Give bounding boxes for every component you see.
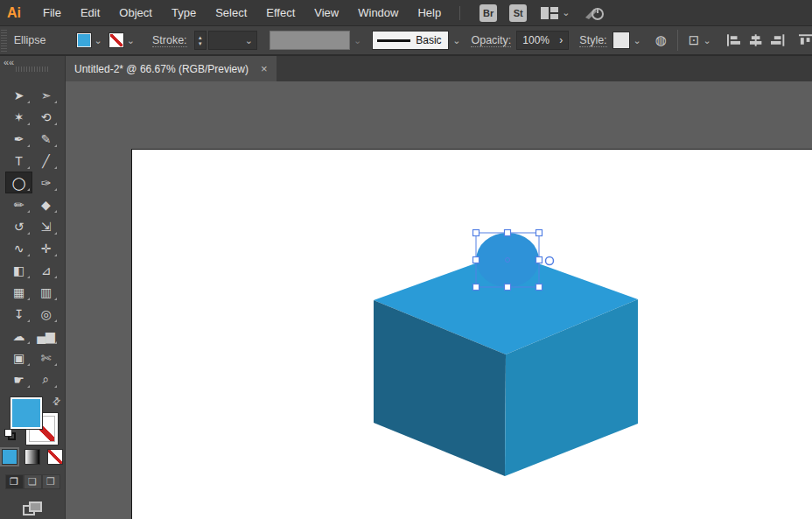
type-tool[interactable]: T	[5, 150, 32, 172]
screen-mode-button[interactable]	[23, 501, 42, 519]
zoom-tool[interactable]: ⌕	[32, 368, 60, 390]
handle-top-center[interactable]	[505, 230, 511, 236]
menu-view[interactable]: View	[304, 0, 348, 25]
live-shape-widget[interactable]	[546, 257, 554, 265]
align-top-icon[interactable]	[799, 34, 812, 46]
width-tool[interactable]: ∿	[5, 237, 32, 259]
gradient-button[interactable]	[25, 450, 39, 464]
fill-color-swatch[interactable]	[77, 33, 91, 47]
ellipse-tool[interactable]: ◯	[5, 172, 32, 193]
transform-menu-button[interactable]: ⊡ ⌄	[689, 32, 711, 48]
direct-selection-tool[interactable]: ➣	[32, 84, 60, 106]
recolor-artwork-icon[interactable]: ◍	[655, 32, 667, 48]
mesh-tool[interactable]: ▦	[5, 281, 32, 303]
stock-button[interactable]: St	[509, 4, 527, 22]
scale-tool[interactable]: ⇲	[32, 215, 60, 237]
magic-wand-tool[interactable]: ✶	[5, 106, 32, 128]
handle-bottom-left[interactable]	[473, 284, 480, 291]
controlbar-grip[interactable]	[1, 29, 7, 52]
pen-tool[interactable]: ✒	[5, 128, 32, 150]
selected-ellipse-shape[interactable]	[476, 233, 539, 287]
chevron-down-icon[interactable]: ⌄	[94, 35, 102, 46]
stroke-panel-link[interactable]: Stroke:	[152, 34, 187, 47]
document-tab[interactable]: Untitled-2* @ 66.67% (RGB/Preview) ×	[66, 56, 276, 81]
handle-top-left[interactable]	[473, 230, 480, 236]
shape-builder-tool[interactable]: ◧	[5, 259, 32, 281]
puppet-warp-tool[interactable]: ✛	[32, 237, 60, 259]
menu-object[interactable]: Object	[109, 0, 162, 25]
style-dropdown[interactable]: ⌄	[612, 32, 641, 49]
panel-grip[interactable]	[16, 67, 49, 72]
lasso-tool[interactable]: ⟲	[32, 106, 60, 128]
handle-middle-right[interactable]	[536, 257, 542, 263]
blend-tool[interactable]: ◎	[32, 303, 60, 325]
close-tab-icon[interactable]: ×	[261, 62, 268, 75]
perspective-grid-tool[interactable]: ⊿	[32, 259, 60, 281]
document-tab-title[interactable]: Untitled-2* @ 66.67% (RGB/Preview)	[74, 63, 248, 75]
default-fill-stroke-icon[interactable]	[4, 429, 16, 440]
paintbrush-tool[interactable]: ✑	[32, 172, 60, 193]
slice-tool[interactable]: ✄	[32, 347, 60, 368]
gradient-tool[interactable]: ▥	[32, 281, 60, 303]
fill-color-indicator[interactable]	[10, 397, 42, 429]
stepper-down-icon[interactable]: ▾	[199, 40, 202, 46]
menu-select[interactable]: Select	[206, 0, 256, 25]
stepper-up-icon[interactable]: ▴	[199, 34, 202, 40]
artboard[interactable]	[131, 149, 812, 519]
canvas-area[interactable]	[66, 81, 812, 519]
menu-effect[interactable]: Effect	[256, 0, 304, 25]
handle-middle-left[interactable]	[473, 257, 480, 263]
bridge-button[interactable]: Br	[480, 4, 497, 22]
menu-file[interactable]: File	[33, 0, 71, 25]
align-left-icon[interactable]	[727, 34, 740, 46]
eraser-tool[interactable]: ◆	[32, 193, 60, 215]
brush-definition-dropdown[interactable]: Basic ⌄	[372, 31, 460, 50]
menu-window[interactable]: Window	[348, 0, 408, 25]
swap-fill-stroke-icon[interactable]: ⇄	[50, 395, 64, 409]
collapse-panel-button-2[interactable]: «	[9, 57, 14, 67]
align-right-icon[interactable]	[771, 34, 784, 46]
menu-edit[interactable]: Edit	[71, 0, 109, 25]
selection-tool[interactable]: ➤	[5, 84, 32, 106]
draw-behind-button[interactable]: ❏	[24, 474, 42, 489]
chevron-down-icon[interactable]: ⌄	[634, 35, 641, 46]
fill-color-dropdown[interactable]: ⌄	[77, 33, 102, 47]
chevron-down-icon[interactable]: ⌄	[245, 35, 253, 46]
chevron-down-icon[interactable]: ⌄	[127, 35, 135, 46]
chevron-down-icon[interactable]: ⌄	[703, 35, 710, 46]
curvature-tool[interactable]: ✎	[32, 128, 60, 150]
hand-tool[interactable]: ☛	[5, 368, 32, 390]
column-graph-tool[interactable]: ▄▆	[32, 325, 60, 347]
rotate-tool[interactable]: ↺	[5, 215, 32, 237]
menu-help[interactable]: Help	[408, 0, 451, 25]
handle-top-right[interactable]	[536, 230, 542, 236]
workspace-switcher-button[interactable]: ⌄	[541, 7, 570, 19]
draw-normal-button[interactable]: ❐	[5, 474, 24, 489]
shaper-tool[interactable]: ✏	[5, 193, 32, 215]
transform-icon[interactable]: ⊡	[689, 32, 700, 48]
stroke-width-stepper[interactable]: ▴ ▾	[194, 31, 206, 50]
brush-preview[interactable]: Basic	[372, 31, 449, 50]
stroke-color-swatch[interactable]	[109, 33, 123, 47]
draw-inside-button[interactable]: ❒	[42, 474, 60, 489]
gpu-performance-button[interactable]	[584, 5, 605, 21]
stroke-width-dropdown[interactable]: ⌄	[208, 31, 257, 50]
opacity-value[interactable]: 100%	[522, 34, 550, 46]
handle-bottom-right[interactable]	[536, 284, 542, 291]
style-link[interactable]: Style:	[579, 34, 606, 47]
line-segment-tool[interactable]: ╱	[32, 150, 60, 172]
stroke-color-dropdown[interactable]: ⌄	[109, 33, 135, 47]
handle-bottom-center[interactable]	[505, 284, 511, 291]
style-swatch[interactable]	[612, 32, 630, 49]
chevron-down-icon[interactable]: ⌄	[452, 35, 460, 46]
artboard-tool[interactable]: ▣	[5, 347, 32, 368]
menu-type[interactable]: Type	[162, 0, 206, 25]
opacity-link[interactable]: Opacity:	[471, 34, 511, 47]
none-button[interactable]	[48, 450, 62, 464]
symbol-sprayer-tool[interactable]: ☁	[5, 325, 32, 347]
opacity-field[interactable]: 100% ›	[516, 31, 569, 50]
color-button[interactable]	[3, 450, 17, 464]
eyedropper-tool[interactable]: ↧	[5, 303, 32, 325]
align-center-icon[interactable]	[749, 34, 762, 46]
opacity-popout-icon[interactable]: ›	[559, 34, 563, 46]
